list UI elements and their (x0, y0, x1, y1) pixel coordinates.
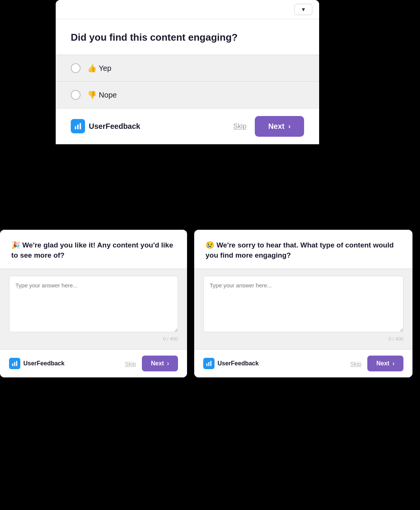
card-right-skip-button[interactable]: Skip (350, 360, 361, 367)
svg-rect-6 (206, 363, 207, 366)
svg-rect-7 (208, 362, 210, 366)
card-right-char-count: 0 / 400 (203, 334, 403, 345)
card-right-brand: UserFeedback (203, 358, 259, 369)
skip-button[interactable]: Skip (233, 122, 247, 130)
next-button[interactable]: Next › (255, 116, 304, 137)
brand-name: UserFeedback (89, 122, 140, 131)
dropdown-button[interactable]: ▼ (294, 4, 312, 15)
card-right-actions: Skip Next › (350, 356, 403, 371)
card-right-body: 0 / 400 (194, 269, 412, 349)
card-right-next-chevron-icon: › (393, 360, 394, 367)
next-label: Next (268, 122, 285, 131)
card-right-brand-name: UserFeedback (218, 360, 259, 367)
card-left-actions: Skip Next › (125, 356, 178, 371)
card-left-brand: UserFeedback (9, 358, 64, 369)
svg-rect-1 (77, 125, 79, 130)
card-left-char-count: 0 / 400 (9, 334, 178, 345)
card-right-brand-icon (203, 358, 215, 369)
dropdown-bar: ▼ (56, 0, 319, 19)
option-nope[interactable]: 👎 Nope (56, 81, 319, 108)
bar-chart-icon-left (11, 360, 18, 367)
radio-nope[interactable] (71, 90, 81, 100)
bar-chart-icon-right (205, 360, 212, 367)
card-right-question: 😢 We're sorry to hear that. What type of… (194, 230, 412, 269)
card-left-textarea[interactable] (9, 276, 178, 332)
card-right-textarea[interactable] (203, 276, 403, 332)
card-left-question: 🎉 We're glad you like it! Any content yo… (0, 230, 187, 269)
card-right-next-button[interactable]: Next › (367, 356, 403, 371)
card-left-next-button[interactable]: Next › (142, 356, 178, 371)
main-card-footer: UserFeedback Skip Next › (56, 108, 319, 144)
svg-rect-2 (80, 123, 81, 130)
card-right-next-label: Next (376, 360, 390, 367)
card-left-brand-name: UserFeedback (23, 360, 64, 367)
radio-yep[interactable] (71, 63, 81, 73)
card-right: 😢 We're sorry to hear that. What type of… (194, 230, 412, 377)
card-right-footer: UserFeedback Skip Next › (194, 349, 412, 377)
brand-icon (71, 119, 85, 133)
option-nope-label: 👎 Nope (87, 90, 117, 99)
card-left-body: 0 / 400 (0, 269, 187, 349)
card-left-footer: UserFeedback Skip Next › (0, 349, 187, 377)
bar-chart-icon (74, 122, 82, 130)
option-yep-label: 👍 Yep (87, 64, 111, 73)
card-left-next-label: Next (151, 360, 164, 367)
main-footer-actions: Skip Next › (233, 116, 304, 137)
card-left-skip-button[interactable]: Skip (125, 360, 136, 367)
card-left-next-chevron-icon: › (167, 360, 169, 367)
next-chevron-icon: › (288, 122, 291, 130)
svg-rect-8 (210, 361, 212, 366)
card-left-brand-icon (9, 358, 20, 369)
option-yep[interactable]: 👍 Yep (56, 55, 319, 81)
main-question: Did you find this content engaging? (56, 19, 319, 55)
svg-rect-5 (16, 361, 17, 366)
svg-rect-4 (14, 362, 15, 366)
svg-rect-3 (12, 363, 13, 366)
brand-logo: UserFeedback (71, 119, 140, 133)
main-survey-card: ▼ Did you find this content engaging? 👍 … (56, 0, 319, 144)
svg-rect-0 (75, 126, 76, 129)
card-left: 🎉 We're glad you like it! Any content yo… (0, 230, 187, 377)
